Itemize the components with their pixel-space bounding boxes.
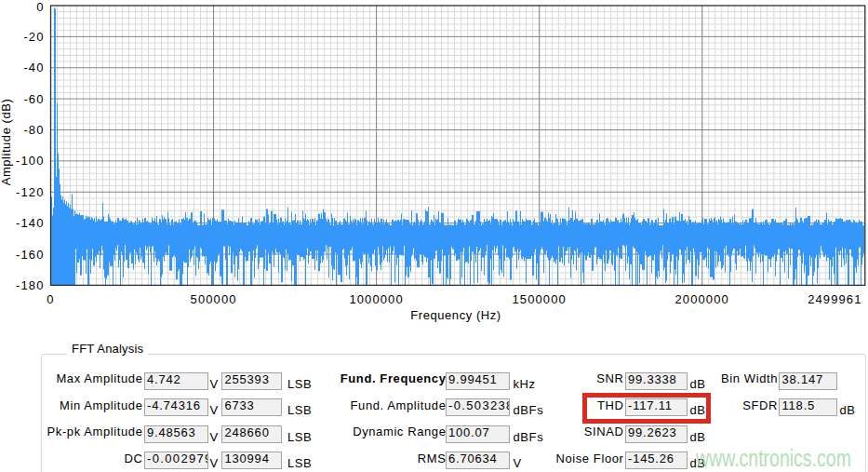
svg-text:2499961: 2499961 <box>808 292 861 306</box>
svg-text:Frequency (Hz): Frequency (Hz) <box>410 308 501 322</box>
svg-text:2000000: 2000000 <box>675 292 729 306</box>
svg-text:-140: -140 <box>16 216 44 230</box>
svg-text:-160: -160 <box>16 248 44 262</box>
svg-text:-100: -100 <box>16 154 44 168</box>
svg-text:-80: -80 <box>23 123 44 137</box>
svg-text:500000: 500000 <box>191 292 237 306</box>
svg-text:-180: -180 <box>16 278 44 292</box>
svg-text:-20: -20 <box>23 30 44 44</box>
svg-text:1500000: 1500000 <box>513 292 567 306</box>
svg-text:0: 0 <box>47 292 54 306</box>
svg-text:Amplitude (dB): Amplitude (dB) <box>0 99 13 186</box>
svg-text:-40: -40 <box>23 61 44 74</box>
svg-text:-60: -60 <box>23 92 44 106</box>
svg-text:-120: -120 <box>16 185 44 199</box>
svg-text:0: 0 <box>36 0 44 14</box>
svg-text:1000000: 1000000 <box>349 292 403 306</box>
